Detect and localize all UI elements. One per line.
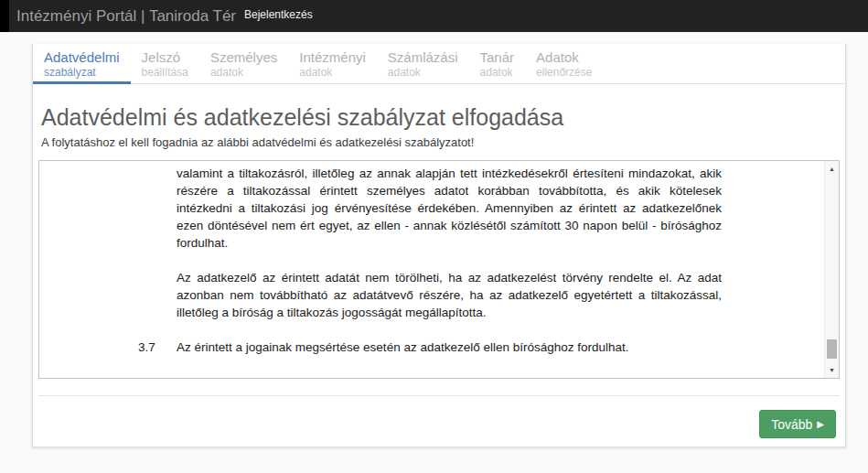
scroll-up-icon[interactable]: ▲ — [825, 162, 839, 176]
footer: Tovább ▶ — [33, 396, 845, 447]
tab-szemelyes-adatok[interactable]: Személyes adatok — [199, 44, 288, 84]
tab-label-line1: Jelszó — [142, 48, 188, 66]
policy-item-3-7: 3.7 Az érintett a jogainak megsértése es… — [138, 339, 722, 356]
next-button-label: Tovább — [771, 417, 812, 432]
tab-label-line2: adatok — [388, 66, 458, 80]
tab-label-line1: Adatok — [536, 48, 592, 66]
page-title: Adatvédelmi és adatkezelési szabályzat e… — [41, 104, 845, 130]
tab-jelszo-beallitasa[interactable]: Jelszó beállítása — [131, 44, 199, 84]
arrow-right-icon: ▶ — [817, 420, 824, 429]
top-navbar: Intézményi Portál | Taniroda Tér Bejelen… — [0, 0, 868, 32]
tab-label-line2: adatok — [210, 66, 277, 80]
policy-scrollbox[interactable]: valamint a tiltakozásról, illetőleg az a… — [38, 160, 840, 379]
tab-label-line2: szabályzat — [44, 66, 120, 80]
policy-item-text: Az érintett a jogainak megsértése esetén… — [177, 339, 722, 356]
policy-document: valamint a tiltakozásról, illetőleg az a… — [39, 161, 824, 378]
tab-intezmenyi-adatok[interactable]: Intézményi adatok — [288, 44, 377, 84]
login-link[interactable]: Bejelentkezés — [244, 0, 313, 30]
scrollbar-thumb[interactable] — [827, 339, 837, 359]
navbar-left-strip — [0, 0, 9, 32]
policy-paragraph: Az adatkezelő az érintett adatát nem tör… — [177, 269, 722, 321]
policy-item-4: 4. A jelen adatvédelmi és adatkezelési s… — [129, 373, 722, 378]
tab-label-line2: adatok — [480, 66, 515, 80]
wizard-tabbar: Adatvédelmi szabályzat Jelszó beállítása… — [33, 44, 845, 84]
wizard-panel: Adatvédelmi szabályzat Jelszó beállítása… — [32, 44, 846, 447]
tab-label-line2: beállítása — [142, 66, 188, 80]
tab-label-line1: Számlázási — [388, 48, 458, 66]
tab-label-line2: ellenőrzése — [536, 66, 592, 80]
tab-label-line1: Személyes — [210, 48, 277, 66]
tab-tanar-adatok[interactable]: Tanár adatok — [469, 44, 526, 84]
tab-szamlazasi-adatok[interactable]: Számlázási adatok — [377, 44, 469, 84]
tab-label-line2: adatok — [299, 66, 366, 80]
policy-paragraph: valamint a tiltakozásról, illetőleg az a… — [177, 165, 722, 252]
tab-label-line1: Intézményi — [299, 48, 366, 66]
tab-adatok-ellenorzese[interactable]: Adatok ellenőrzése — [525, 44, 603, 84]
policy-item-line: 4. A jelen adatvédelmi és adatkezelési s… — [129, 373, 722, 378]
next-button[interactable]: Tovább ▶ — [759, 410, 836, 438]
navbar-brand: Intézményi Portál | Taniroda Tér — [16, 0, 236, 32]
tab-adatvedelmi-szabalyzat[interactable]: Adatvédelmi szabályzat — [33, 44, 131, 84]
scroll-down-icon[interactable]: ▼ — [825, 363, 839, 377]
page-subtitle: A folytatáshoz el kell fogadnia az alább… — [41, 134, 845, 150]
tab-label-line1: Tanár — [480, 48, 515, 66]
tab-label-line1: Adatvédelmi — [44, 48, 120, 66]
policy-item-number: 3.7 — [138, 339, 177, 356]
vertical-scrollbar[interactable]: ▲ ▼ — [824, 161, 839, 378]
